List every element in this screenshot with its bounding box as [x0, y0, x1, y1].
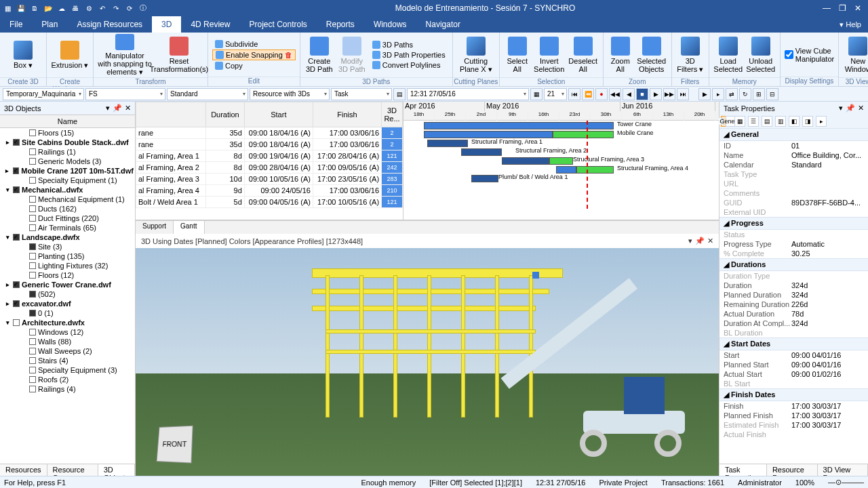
tab-task-props[interactable]: Task Properties [719, 464, 767, 476]
tree-column-header[interactable]: Name [0, 115, 135, 128]
prop-row[interactable]: Duration Type [719, 271, 868, 281]
prop-group[interactable]: ◢ Durations [719, 258, 868, 271]
menu-plan[interactable]: Plan [32, 16, 67, 33]
task-grid[interactable]: DurationStartFinish3D Re... rane35d09:00… [136, 102, 403, 220]
view-cube[interactable]: FRONT [157, 426, 193, 464]
rclose-icon[interactable]: ✕ [858, 104, 864, 113]
nav-fwd-icon[interactable]: ▶▶ [663, 88, 675, 100]
tree-node[interactable]: Windows (12) [0, 327, 135, 337]
box-button[interactable]: Box ▾ [4, 34, 42, 76]
prop-row[interactable]: Duration324d [719, 281, 868, 290]
dd-fs[interactable]: FS [85, 88, 165, 100]
checkbox-icon[interactable] [29, 215, 36, 222]
prop-row[interactable]: Duration At Compl...324d [719, 319, 868, 328]
dd-task[interactable]: Task [331, 88, 392, 100]
prop-row[interactable]: Actual Duration78d [719, 309, 868, 319]
3dpaths-button[interactable]: 3D Paths [370, 40, 448, 49]
unload-selected-button[interactable]: Unload Selected [746, 34, 776, 76]
checkbox-icon[interactable] [29, 310, 36, 317]
prop-row[interactable]: NameOffice Building, Cor... [719, 150, 868, 160]
prop-row[interactable]: Status [719, 230, 868, 239]
prop-group[interactable]: ◢ Finish Dates [719, 388, 868, 401]
cutting-plane-button[interactable]: Cutting Plane X ▾ [457, 34, 495, 76]
subdivide-button[interactable]: Subdivide [212, 39, 296, 49]
checkbox-icon[interactable] [29, 272, 36, 279]
tab-resources[interactable]: Resources [0, 464, 47, 476]
undo-icon[interactable]: ↶ [98, 3, 107, 13]
nav-prev-icon[interactable]: ◀ [623, 88, 635, 100]
zoom-slider[interactable]: —⊙——— [828, 478, 864, 487]
task-row[interactable]: Bolt / Weld Area 15d09:00 04/05/16 (A)17… [136, 197, 403, 208]
nav-rew-icon[interactable]: ◀◀ [609, 88, 621, 100]
tree-node[interactable]: Floors (15) [0, 128, 135, 138]
time-field[interactable]: 12:31 27/05/16 [407, 88, 529, 100]
prop-row[interactable]: GUID89D378FF-56BD-4... [719, 198, 868, 207]
enable-snapping-button[interactable]: Enable Snapping 🗑 [212, 49, 296, 60]
vclose-icon[interactable]: ✕ [707, 237, 713, 245]
nav-next-icon[interactable]: ▶ [650, 88, 662, 100]
object-tree[interactable]: Floors (15)▸Site Cabins Double Stack..dw… [0, 128, 135, 464]
pin-icon[interactable]: ▾ [106, 104, 110, 113]
ptab-3[interactable]: ☰ [748, 116, 759, 127]
save-icon[interactable]: 💾 [16, 3, 26, 13]
tree-node[interactable]: Walls (88) [0, 337, 135, 346]
tree-node[interactable]: ▾Architecture.dwfx [0, 318, 135, 327]
tab-support[interactable]: Support [136, 221, 174, 234]
gantt-bar[interactable] [502, 157, 549, 165]
3d-canvas[interactable]: FRONT [136, 248, 719, 476]
refresh-icon[interactable]: ⟳ [125, 3, 134, 13]
prop-row[interactable]: Comments [719, 188, 868, 198]
tree-node[interactable]: Roofs (2) [0, 375, 135, 384]
ptab-general[interactable]: 📄General [721, 116, 732, 127]
task-row[interactable]: al Framing, Area 310d09:00 10/05/16 (A)1… [136, 174, 403, 185]
manipulator-button[interactable]: Manipulator with snapping to elements ▾ [98, 34, 152, 76]
3dpath-props-button[interactable]: 3D Path Properties [370, 50, 448, 60]
info-icon[interactable]: ⓘ [138, 3, 148, 13]
prop-row[interactable]: Estimated Finish17:00 30/03/17 [719, 420, 868, 430]
3d-filters-button[interactable]: 3D Filters ▾ [676, 34, 705, 76]
menu-assign-resources[interactable]: Assign Resources [67, 16, 152, 33]
prop-row[interactable]: Actual Start09:00 01/02/16 [719, 369, 868, 379]
vpin-icon[interactable]: ▾ [688, 237, 692, 245]
checkbox-icon[interactable] [29, 338, 36, 345]
nav-prev2-icon[interactable]: ⏪ [582, 88, 594, 100]
tree-node[interactable]: ▸excavator.dwf [0, 299, 135, 308]
menu-3d[interactable]: 3D [152, 16, 181, 33]
gantt-bar[interactable] [471, 175, 498, 182]
prop-row[interactable]: Progress TypeAutomatic [719, 239, 868, 249]
checkbox-icon[interactable] [29, 329, 36, 336]
checkbox-icon[interactable] [13, 167, 20, 174]
gantt-bar[interactable] [427, 140, 468, 147]
tree-node[interactable]: Lighting Fixtures (32) [0, 261, 135, 270]
step-icon[interactable]: ▸ [712, 88, 724, 100]
spin-field[interactable]: 21 [544, 88, 567, 100]
close-panel-icon[interactable]: ✕ [125, 104, 131, 113]
tree-node[interactable]: ▾Landscape.dwfx [0, 232, 135, 242]
collapse-icon[interactable]: ⊟ [766, 88, 778, 100]
tab-resource-props[interactable]: Resource Prop... [767, 464, 818, 476]
tree-node[interactable]: Stairs (4) [0, 356, 135, 365]
prop-group[interactable]: ◢ General [719, 128, 868, 141]
menu-windows[interactable]: Windows [364, 16, 416, 33]
gantt-bar[interactable] [549, 157, 573, 165]
pin2-icon[interactable]: 📌 [113, 104, 122, 113]
menu-navigator[interactable]: Navigator [416, 16, 470, 33]
prop-row[interactable]: Planned Duration324d [719, 290, 868, 300]
rpin2-icon[interactable]: 📌 [846, 104, 855, 113]
property-grid[interactable]: ◢ GeneralID01NameOffice Building, Cor...… [719, 128, 868, 464]
checkbox-icon[interactable] [29, 224, 36, 231]
ptab-4[interactable]: ▤ [762, 116, 772, 127]
create-3dpath-button[interactable]: Create 3D Path [304, 34, 334, 76]
dd-resource[interactable]: Resource with 3Ds [250, 88, 330, 100]
task-row[interactable]: al Framing, Area 18d09:00 19/04/16 (A)17… [136, 150, 403, 162]
task-row[interactable]: al Framing, Area 49d09:00 24/05/1617:00 … [136, 185, 403, 197]
cog-icon[interactable]: ⚙ [84, 3, 94, 13]
tree-node[interactable]: Planting (135) [0, 251, 135, 261]
checkbox-icon[interactable] [29, 357, 36, 364]
prop-row[interactable]: Task Type [719, 169, 868, 179]
close-icon[interactable]: ✕ [854, 3, 861, 13]
tree-node[interactable]: Railings (4) [0, 384, 135, 394]
gantt-bar[interactable] [553, 131, 614, 138]
checkbox-icon[interactable] [29, 348, 36, 354]
nav-last-icon[interactable]: ⏭ [677, 88, 689, 100]
